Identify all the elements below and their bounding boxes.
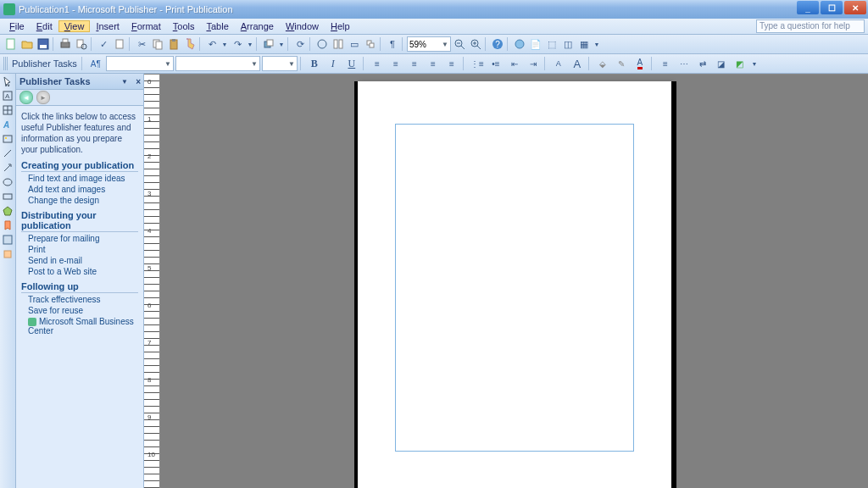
zoom-out-button-icon[interactable] (452, 36, 467, 52)
bold-button[interactable]: B (306, 56, 323, 71)
end-dropdown-icon[interactable]: ▼ (750, 56, 759, 71)
task-pane-back-icon[interactable]: ◄ (19, 91, 33, 104)
italic-button[interactable]: I (325, 56, 342, 71)
redo-icon[interactable]: ↷ (230, 36, 245, 52)
align-center-icon[interactable]: ≡ (387, 56, 404, 71)
copy-icon[interactable] (150, 36, 165, 52)
task-link[interactable]: Save for reuse (28, 306, 138, 315)
new-icon[interactable] (3, 36, 19, 52)
page-workspace[interactable] (160, 75, 868, 488)
bulleted-list-icon[interactable]: •≡ (487, 56, 504, 71)
help-icon[interactable]: ? (490, 36, 505, 52)
task-link[interactable]: Print (28, 245, 138, 254)
format-painter-icon[interactable] (182, 36, 198, 52)
task-link[interactable]: Send in e-mail (28, 256, 138, 265)
bookmark-icon[interactable] (2, 219, 14, 231)
task-pane-dropdown-icon[interactable]: ▼ (121, 78, 128, 86)
task-link[interactable]: Prepare for mailing (28, 234, 138, 243)
decrease-indent-icon[interactable]: ⇤ (506, 56, 523, 71)
wordart-icon[interactable]: A (2, 119, 14, 130)
vertical-ruler[interactable]: 012345678910 (144, 75, 160, 488)
menu-tools[interactable]: Tools (167, 20, 201, 32)
menu-file[interactable]: File (3, 20, 31, 32)
webpage-icon[interactable]: ⬚ (544, 36, 559, 52)
justify-icon[interactable]: ≡ (425, 56, 442, 71)
undo-icon[interactable]: ↶ (204, 36, 220, 52)
hotspot-icon[interactable]: ◫ (560, 36, 576, 52)
line-style-icon[interactable]: ≡ (657, 56, 674, 71)
task-pane-forward-icon[interactable]: ► (36, 91, 50, 104)
increase-font-icon[interactable]: A (569, 56, 586, 71)
design-gallery-icon[interactable] (2, 234, 14, 246)
picture-frame-icon[interactable] (2, 133, 14, 145)
maximize-button[interactable]: ☐ (821, 1, 843, 14)
special-characters-icon[interactable] (314, 36, 330, 52)
menu-arrange[interactable]: Arrange (235, 20, 280, 32)
font-combo[interactable]: ▼ (175, 56, 260, 71)
item-content-icon[interactable] (2, 248, 14, 260)
menu-help[interactable]: Help (325, 20, 356, 32)
undo-dropdown-icon[interactable]: ▼ (220, 36, 229, 52)
dash-style-icon[interactable]: ⋯ (676, 56, 693, 71)
autoshapes-icon[interactable] (2, 205, 14, 217)
zoom-combo[interactable]: 59%▼ (407, 36, 451, 52)
task-link[interactable]: Microsoft Small Business Center (28, 317, 138, 336)
zoom-in-button-icon[interactable] (468, 36, 483, 52)
page[interactable] (358, 81, 671, 488)
font-size-combo[interactable]: ▼ (262, 56, 298, 71)
send-backward-icon[interactable]: ▼ (277, 36, 286, 52)
select-tool-icon[interactable] (2, 75, 14, 87)
line-tool-icon[interactable] (2, 147, 14, 159)
form-icon[interactable]: ▦ (576, 36, 592, 52)
zoom-out-icon[interactable]: ▭ (347, 36, 362, 52)
spell-check-icon[interactable]: ✓ (96, 36, 111, 52)
distribute-icon[interactable]: ≡ (443, 56, 460, 71)
bring-forward-icon[interactable] (261, 36, 276, 52)
task-link[interactable]: Find text and image ideas (28, 174, 138, 183)
arrow-tool-icon[interactable] (2, 162, 14, 174)
zoom-page-icon[interactable] (363, 36, 378, 52)
paragraph-icon[interactable]: ¶ (385, 36, 400, 52)
rectangle-tool-icon[interactable] (2, 191, 14, 202)
print-icon[interactable] (58, 36, 73, 52)
underline-button[interactable]: U (343, 56, 360, 71)
task-link[interactable]: Change the design (28, 196, 138, 205)
style-combo[interactable]: ▼ (106, 56, 174, 71)
save-icon[interactable] (36, 36, 51, 52)
hyperlink-icon[interactable] (512, 36, 527, 52)
menu-format[interactable]: Format (125, 20, 167, 32)
align-left-icon[interactable]: ≡ (369, 56, 386, 71)
web-preview-icon[interactable]: 📄 (528, 36, 543, 52)
shadow-icon[interactable]: ◪ (713, 56, 730, 71)
menu-edit[interactable]: Edit (31, 20, 58, 32)
increase-indent-icon[interactable]: ⇥ (525, 56, 542, 71)
cut-icon[interactable]: ✂ (134, 36, 149, 52)
toolbar-grip-icon[interactable] (3, 57, 8, 70)
free-rotate-icon[interactable]: ⟳ (292, 36, 308, 52)
open-icon[interactable] (19, 36, 35, 52)
oval-tool-icon[interactable] (2, 176, 14, 188)
decrease-font-icon[interactable]: A (550, 56, 567, 71)
insert-table-icon[interactable] (2, 104, 14, 116)
3d-icon[interactable]: ◩ (732, 56, 748, 71)
menu-insert[interactable]: Insert (90, 20, 125, 32)
fill-color-icon[interactable]: ⬙ (594, 56, 611, 71)
redo-dropdown-icon[interactable]: ▼ (246, 36, 254, 52)
print-preview-icon[interactable] (74, 36, 89, 52)
font-color-icon[interactable]: A (632, 56, 648, 71)
align-right-icon[interactable]: ≡ (406, 56, 423, 71)
minimize-button[interactable]: _ (797, 1, 819, 14)
publisher-tasks-label[interactable]: Publisher Tasks (10, 58, 79, 69)
arrow-style-icon[interactable]: ⇄ (694, 56, 711, 71)
options-dropdown-icon[interactable]: ▼ (593, 36, 601, 52)
columns-icon[interactable] (331, 36, 346, 52)
close-button[interactable]: ✕ (844, 1, 866, 14)
paste-icon[interactable] (166, 36, 181, 52)
task-link[interactable]: Post to a Web site (28, 267, 138, 276)
numbered-list-icon[interactable]: ⋮≡ (469, 56, 486, 71)
line-color-icon[interactable]: ✎ (613, 56, 630, 71)
research-icon[interactable] (112, 36, 127, 52)
task-link[interactable]: Add text and images (28, 185, 138, 194)
menu-window[interactable]: Window (280, 20, 325, 32)
task-pane-close-icon[interactable]: × (136, 77, 141, 86)
